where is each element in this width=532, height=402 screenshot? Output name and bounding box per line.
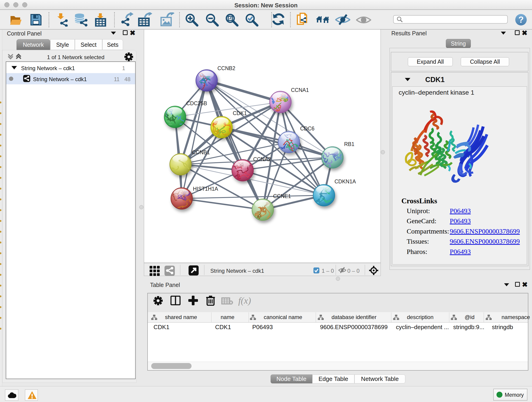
svg-text:CCNA1: CCNA1 — [291, 87, 309, 93]
svg-text:CDC6: CDC6 — [300, 126, 315, 132]
svg-text:RB1: RB1 — [344, 141, 355, 147]
svg-text:CCNE1: CCNE1 — [273, 193, 291, 199]
svg-text:CDK1: CDK1 — [233, 110, 247, 116]
svg-text:CCNA2: CCNA2 — [253, 156, 271, 162]
svg-text:HIST1H1A: HIST1H1A — [193, 186, 218, 192]
svg-text:CCNB1: CCNB1 — [192, 149, 210, 155]
svg-text:CDKN1A: CDKN1A — [335, 179, 356, 185]
svg-text:CCNB2: CCNB2 — [217, 65, 235, 71]
svg-text:CDC25B: CDC25B — [186, 100, 207, 106]
